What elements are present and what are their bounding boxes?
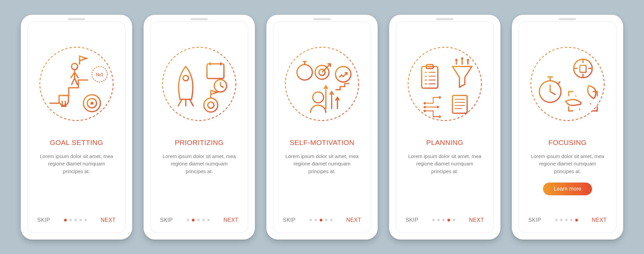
learn-more-button[interactable]: Learn more	[543, 183, 592, 195]
skip-button[interactable]: SKIP	[528, 217, 541, 223]
nav-row: SKIP NEXT	[37, 217, 116, 223]
prioritizing-illustration	[161, 45, 238, 122]
dot-2[interactable]	[69, 219, 72, 221]
dot-3[interactable]	[197, 219, 200, 221]
svg-rect-9	[207, 64, 224, 79]
skip-button[interactable]: SKIP	[283, 217, 296, 223]
svg-point-24	[461, 57, 463, 59]
next-button[interactable]: NEXT	[223, 217, 238, 223]
dot-4[interactable]	[447, 219, 450, 221]
svg-point-16	[297, 64, 312, 80]
dot-4[interactable]	[570, 219, 573, 221]
svg-rect-21	[422, 66, 438, 88]
svg-point-8	[183, 75, 189, 81]
dot-1[interactable]	[187, 219, 189, 221]
screen-title: Planning	[426, 139, 464, 147]
svg-point-30	[439, 96, 441, 98]
pagination-dots	[432, 219, 455, 221]
dot-2[interactable]	[192, 219, 195, 221]
screen-content: Planning Lorem ipsum dolor sit amet, mea…	[396, 21, 494, 233]
dot-5[interactable]	[453, 219, 455, 221]
pagination-dots	[187, 219, 210, 221]
dot-4[interactable]	[202, 219, 205, 221]
svg-rect-36	[580, 65, 586, 72]
nav-row: SKIP NEXT	[283, 217, 361, 223]
screen-description: Lorem ipsum dolor sit amet, mea regione …	[160, 153, 238, 175]
skip-button[interactable]: SKIP	[406, 217, 418, 223]
onboarding-screen-5: Focusing Lorem ipsum dolor sit amet, mea…	[512, 15, 623, 240]
dot-3[interactable]	[320, 219, 322, 221]
next-button[interactable]: NEXT	[469, 217, 484, 223]
svg-point-28	[424, 106, 426, 108]
svg-point-6	[90, 101, 93, 104]
svg-point-20	[408, 47, 482, 120]
phone-speaker	[191, 18, 208, 20]
dot-3[interactable]	[442, 219, 445, 221]
svg-point-32	[439, 115, 441, 118]
onboarding-screen-2: Prioritizing Lorem ipsum dolor sit amet,…	[144, 15, 255, 240]
onboarding-screen-1: №1 Goal setting Lorem ipsum dolor sit am…	[21, 15, 132, 240]
nav-row: SKIP NEXT	[406, 217, 484, 223]
screen-content: №1 Goal setting Lorem ipsum dolor sit am…	[28, 21, 125, 233]
screen-title: Self-motivation	[289, 139, 354, 147]
screen-content: Prioritizing Lorem ipsum dolor sit amet,…	[150, 21, 248, 233]
screen-description: Lorem ipsum dolor sit amet, mea regione …	[406, 153, 484, 175]
screen-description: Lorem ipsum dolor sit amet, mea regione …	[283, 153, 361, 175]
screen-content: Self-motivation Lorem ipsum dolor sit am…	[273, 21, 371, 233]
screen-title: Goal setting	[50, 139, 103, 147]
next-button[interactable]: NEXT	[346, 217, 361, 223]
screen-title: Prioritizing	[175, 139, 224, 147]
dot-4[interactable]	[79, 219, 82, 221]
svg-point-1	[71, 63, 77, 69]
svg-point-15	[313, 92, 323, 103]
focusing-illustration	[529, 45, 606, 122]
screen-content: Focusing Lorem ipsum dolor sit amet, mea…	[519, 21, 616, 233]
dot-3[interactable]	[74, 219, 77, 221]
phone-speaker	[559, 18, 576, 20]
screen-title: Focusing	[548, 139, 587, 147]
svg-point-19	[335, 66, 351, 82]
dot-2[interactable]	[560, 219, 562, 221]
skip-button[interactable]: SKIP	[37, 217, 50, 223]
svg-rect-26	[452, 95, 467, 113]
onboarding-screen-3: Self-motivation Lorem ipsum dolor sit am…	[266, 15, 378, 240]
svg-point-31	[437, 106, 439, 108]
svg-point-7	[163, 47, 236, 120]
dot-1[interactable]	[64, 219, 67, 221]
next-button[interactable]: NEXT	[101, 217, 116, 223]
svg-point-12	[204, 98, 218, 112]
dot-2[interactable]	[315, 219, 317, 221]
screen-description: Lorem ipsum dolor sit amet, mea regione …	[37, 153, 116, 175]
svg-point-25	[467, 59, 469, 61]
svg-point-13	[208, 102, 214, 108]
goal-setting-illustration: №1	[38, 45, 115, 122]
svg-point-23	[455, 59, 458, 61]
pagination-dots	[555, 219, 578, 221]
dot-5[interactable]	[85, 219, 87, 221]
phone-speaker	[436, 18, 453, 20]
svg-point-0	[40, 47, 113, 120]
screen-description: Lorem ipsum dolor sit amet, mea regione …	[528, 153, 607, 175]
next-button[interactable]: NEXT	[592, 217, 607, 223]
svg-point-29	[424, 110, 426, 112]
dot-3[interactable]	[565, 219, 568, 221]
pagination-dots	[310, 219, 332, 221]
dot-1[interactable]	[432, 219, 435, 221]
dot-4[interactable]	[325, 219, 327, 221]
dot-2[interactable]	[437, 219, 440, 221]
self-motivation-illustration	[283, 45, 361, 122]
nav-row: SKIP NEXT	[528, 217, 607, 223]
dot-1[interactable]	[310, 219, 312, 221]
pagination-dots	[64, 219, 87, 221]
svg-point-27	[424, 102, 426, 104]
nav-row: SKIP NEXT	[160, 217, 238, 223]
dot-5[interactable]	[575, 219, 578, 221]
onboarding-screen-4: Planning Lorem ipsum dolor sit amet, mea…	[389, 15, 500, 240]
phone-speaker	[313, 18, 331, 20]
dot-5[interactable]	[330, 219, 332, 221]
planning-illustration	[406, 45, 483, 122]
dot-1[interactable]	[555, 219, 557, 221]
skip-button[interactable]: SKIP	[160, 217, 173, 223]
phone-speaker	[68, 18, 85, 20]
dot-5[interactable]	[207, 219, 210, 221]
